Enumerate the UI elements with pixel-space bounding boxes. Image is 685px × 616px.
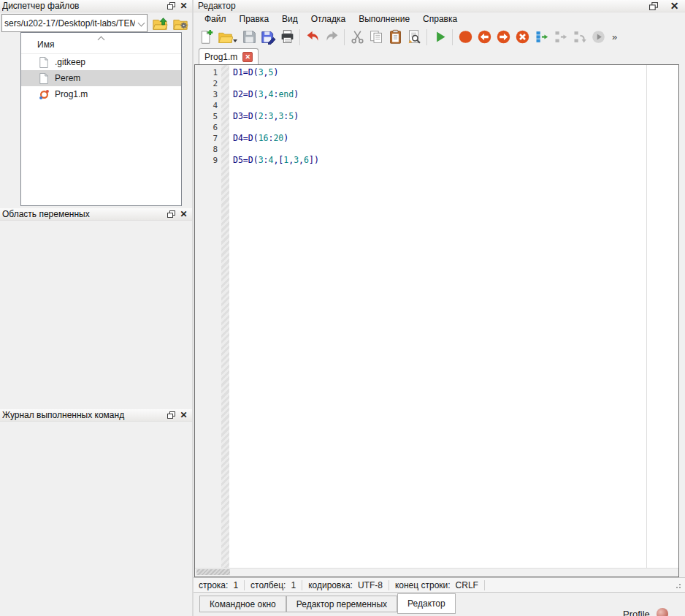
redo-icon — [324, 29, 340, 45]
eol-value[interactable]: CRLF — [456, 580, 478, 590]
file-row[interactable]: Perem — [21, 70, 181, 86]
line-number: 7 — [195, 133, 221, 144]
code-line: D1=D(3,5) — [233, 67, 678, 78]
file-name: Perem — [55, 73, 80, 83]
file-name: .gitkeep — [55, 57, 85, 67]
menu-item[interactable]: Выполнение — [352, 12, 416, 26]
editor-tabbar: Prog1.m ✕ — [194, 47, 685, 64]
code-line — [233, 144, 678, 155]
code-line: D3=D(2:3,3:5) — [233, 111, 678, 122]
file-row[interactable]: .gitkeep — [21, 54, 181, 70]
folder-open-icon — [218, 29, 233, 45]
code-editor[interactable]: 123456789 D1=D(3,5)D2=D(3,4:end)D3=D(2:3… — [194, 64, 679, 577]
save-as-button[interactable] — [259, 28, 278, 47]
line-label: строка: — [199, 580, 228, 590]
toolbar-overflow-chevron[interactable]: » — [612, 31, 617, 42]
panel-divider[interactable] — [192, 0, 194, 616]
dock-tab-inactive[interactable]: Командное окно — [199, 596, 286, 612]
current-directory-combobox[interactable]: sers/u202-17/Desktop/it-labs/TEMA1 — [1, 14, 148, 32]
next-breakpoint-button[interactable] — [494, 28, 513, 47]
undock-icon[interactable] — [165, 410, 177, 421]
code-line — [233, 78, 678, 89]
one-directory-up-button[interactable] — [150, 14, 169, 33]
editor-statusbar: строка: 1 столбец: 1 кодировка: UTF-8 ко… — [194, 577, 685, 593]
undo-button[interactable] — [303, 28, 322, 47]
save-button[interactable] — [240, 28, 259, 47]
chevron-down-icon[interactable] — [135, 15, 147, 31]
status-separator — [484, 580, 485, 590]
line-number: 6 — [195, 122, 221, 133]
bottom-dock-tabbar: Командное окноРедактор переменныхРедакто… — [194, 593, 685, 616]
print-icon — [280, 29, 295, 45]
tab-close-icon[interactable]: ✕ — [242, 52, 253, 62]
code-line: D2=D(3,4:end) — [233, 89, 678, 100]
menu-item[interactable]: Правка — [233, 12, 276, 26]
print-button[interactable] — [278, 28, 296, 47]
previous-breakpoint-button[interactable] — [475, 28, 494, 47]
line-value: 1 — [233, 580, 238, 590]
cut-icon — [350, 29, 365, 45]
code-line: D5=D(3:4,[1,3,6]) — [233, 155, 678, 166]
dock-tab-active[interactable]: Редактор — [397, 593, 456, 614]
cut-button[interactable] — [348, 28, 367, 47]
undo-icon — [305, 29, 321, 45]
step-in-button[interactable] — [551, 28, 570, 47]
scrollbar-thumb[interactable] — [196, 569, 230, 575]
menu-item[interactable]: Отладка — [305, 12, 352, 26]
line-number: 8 — [195, 144, 221, 155]
toolbar-separator — [452, 29, 453, 45]
find-replace-button[interactable] — [405, 28, 424, 47]
editor-tab-prog1[interactable]: Prog1.m ✕ — [199, 48, 259, 64]
file-row[interactable]: Prog1.m — [21, 86, 181, 102]
dock-tab-inactive[interactable]: Редактор переменных — [286, 596, 397, 612]
step-out-button[interactable] — [570, 28, 589, 47]
step-in-icon — [553, 29, 568, 45]
close-icon[interactable]: ✕ — [177, 1, 190, 12]
undock-icon[interactable] — [165, 209, 177, 220]
save-as-icon — [261, 29, 276, 45]
open-file-button[interactable] — [215, 28, 234, 47]
save-and-run-button[interactable] — [430, 28, 449, 47]
history-titlebar: Журнал выполненных команд ✕ — [0, 409, 192, 422]
close-icon[interactable]: ✕ — [177, 410, 190, 421]
encoding-value[interactable]: UTF-8 — [358, 580, 383, 590]
long-line-marker — [646, 65, 647, 569]
arrow-left-circle-icon — [477, 29, 492, 45]
redo-button[interactable] — [322, 28, 341, 47]
continue-button[interactable] — [589, 28, 608, 47]
history-title: Журнал выполненных команд — [2, 410, 165, 420]
open-file-dropdown-icon[interactable] — [233, 39, 237, 42]
eol-label: конец строки: — [395, 580, 451, 590]
new-script-button[interactable] — [196, 28, 215, 47]
horizontal-scrollbar[interactable] — [195, 568, 678, 577]
breakpoint-icon — [458, 29, 473, 45]
close-icon[interactable]: ✕ — [668, 1, 681, 12]
line-number: 3 — [195, 89, 221, 100]
paste-button[interactable] — [386, 28, 405, 47]
resize-grip[interactable] — [674, 582, 681, 589]
copy-button[interactable] — [367, 28, 386, 47]
line-number-gutter: 123456789 — [195, 65, 221, 569]
step-button[interactable] — [532, 28, 551, 47]
undock-icon[interactable] — [647, 1, 659, 12]
marker-margin — [221, 65, 229, 569]
close-icon[interactable]: ✕ — [177, 209, 190, 220]
line-number: 9 — [195, 155, 221, 166]
file-browser-panel: Диспетчер файлов ✕ sers/u202-17/Desktop/… — [0, 0, 192, 208]
toggle-breakpoint-button[interactable] — [456, 28, 475, 47]
browser-actions-button[interactable] — [170, 14, 190, 33]
menu-item[interactable]: Вид — [275, 12, 305, 26]
sort-indicator-icon[interactable] — [99, 34, 104, 45]
editor-titlebar: Редактор ✕ — [194, 0, 685, 12]
menu-item[interactable]: Файл — [198, 12, 233, 26]
remove-all-breakpoints-button[interactable] — [513, 28, 532, 47]
menu-item[interactable]: Справка — [416, 12, 464, 26]
toolbar-separator — [426, 29, 427, 45]
continue-icon — [591, 29, 606, 45]
undock-icon[interactable] — [165, 1, 177, 12]
line-number: 2 — [195, 78, 221, 89]
file-list-name-header[interactable]: Имя — [37, 39, 54, 50]
run-icon — [432, 29, 448, 45]
file-icon — [39, 56, 50, 69]
code-line — [233, 100, 678, 111]
